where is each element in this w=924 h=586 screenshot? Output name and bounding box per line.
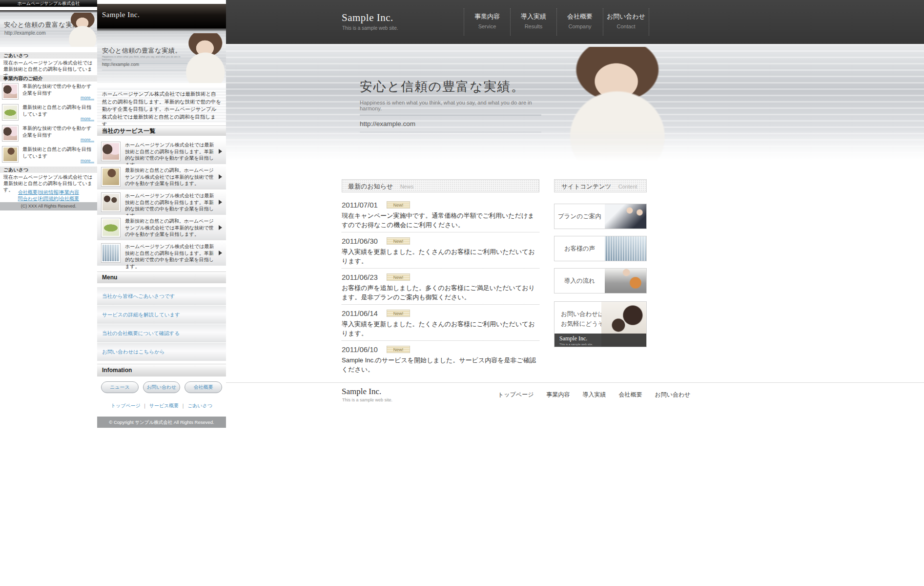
service-item-text: 最新技術と自然との調和。ホームページサンプル株式会社では革新的な技術で世の中を動… [125,167,215,187]
mobile-footer-links-row1: 会社概要|技術情報|事業内容 [0,189,97,195]
desktop-header: Sample Inc. This is a sample web site. 事… [226,0,924,44]
building-photo [605,236,646,261]
tablet-info-heading: Infomation [97,364,226,377]
footer-link[interactable]: 問合わせ [18,196,38,201]
more-link[interactable]: more... [81,158,94,163]
more-link[interactable]: more... [81,95,94,100]
service-item-text: ホームページサンプル株式会社では最新技術と自然との調和を目指します。革新的な技術… [125,142,215,168]
more-link[interactable]: more... [81,116,94,121]
news-text: 現在キャンペーン実施中です。通常価格の半額でご利用いただけますのでお得なこの機会… [342,211,539,230]
list-item-text: 革新的な技術で世の中を動かす企業を目指す [22,83,95,96]
service-item-thumbnail [101,243,121,263]
sidebar-banner-flow[interactable]: 導入の流れ [554,268,647,293]
sidebar-banner-plans[interactable]: プランのご案内 [554,204,647,229]
contact-brand-overlay: Sample Inc. This is a sample web site. [554,334,646,347]
desktop-hero-banner: 安心と信頼の豊富な実績。 Happiness is when what you … [226,44,924,164]
service-item[interactable]: 最新技術と自然との調和。ホームページサンプル株式会社では革新的な技術で世の中を動… [97,215,226,240]
contact-button[interactable]: お問い合わせ [143,381,181,393]
menu-item[interactable]: 当社の会社概要について確認する [97,324,226,342]
menu-item[interactable]: お問い合わせはこちらから [97,343,226,361]
footer-tagline: This is a sample web site. [342,398,392,402]
nav-label-en: Results [511,23,556,29]
footer-link[interactable]: 会社概要 [18,189,38,195]
mobile-footer-links-row2: 問合わせ|利用規約|会社概要 [0,195,97,202]
news-date: 2011/06/10 [342,345,378,354]
sidebar-heading: サイトコンテンツ Content [554,179,647,192]
news-date: 2011/06/23 [342,273,378,281]
service-item[interactable]: ホームページサンプル株式会社では最新技術と自然との調和を目指します。革新的な技術… [97,139,226,164]
mobile-site-title: ホームページサンプル株式会社 [0,0,97,7]
tablet-preview-panel: Sample Inc. 安心と信頼の豊富な実績。 Happiness is wh… [97,0,226,428]
service-item-text: ホームページサンプル株式会社では最新技術と自然との調和を目指します。革新的な技術… [125,192,215,219]
sidebar-heading-en: Content [618,184,637,189]
tablet-intro-text: ホームページサンプル株式会社では最新技術と自然との調和を目指します。革新的な技術… [97,87,226,123]
menu-item[interactable]: 当社から皆様へごあいさつです [97,287,226,305]
footer-link[interactable]: 利用規約 [39,196,59,201]
link-separator: ｜ [179,403,187,408]
nav-item-service[interactable]: 事業内容 Service [464,8,510,36]
service-item[interactable]: ホームページサンプル株式会社では最新技術と自然との調和を目指します。革新的な技術… [97,241,226,266]
news-section-heading: 最新のお知らせ News [342,179,539,192]
news-item: 2011/07/01New! 現在キャンペーン実施中です。通常価格の半額でご利用… [342,201,539,232]
nav-item-results[interactable]: 導入実績 Results [510,8,556,36]
list-item-thumbnail [2,104,19,121]
mobile-preview-panel: ホームページサンプル株式会社 安心と信頼の豊富な実績。 http://examp… [0,0,97,210]
news-button[interactable]: ニュース [101,381,139,393]
news-text: 導入実績を更新しました。たくさんのお客様にご利用いただいております。 [342,248,539,266]
service-item-thumbnail [101,167,121,187]
sidebar-banner-contact[interactable]: お問い合わせは お気軽にどうぞ Sample Inc. This is a sa… [554,301,647,347]
service-item[interactable]: ホームページサンプル株式会社では最新技術と自然との調和を目指します。革新的な技術… [97,190,226,215]
footer-link[interactable]: お問い合わせ [655,391,690,399]
tablet-menu-heading: Menu [97,272,226,283]
tablet-hero-url: http://example.com [102,62,187,70]
footer-link[interactable]: トップページ [498,391,534,399]
news-heading-jp: 最新のお知らせ [348,183,393,190]
banner-label: 導入の流れ [554,269,605,293]
businessmen-photo [605,204,646,229]
list-item-thumbnail [2,146,19,163]
link-separator: ｜ [141,403,149,408]
new-badge: New! [387,273,410,281]
company-button[interactable]: 会社概要 [185,381,222,393]
footer-link[interactable]: 事業内容 [60,189,79,195]
footer-link[interactable]: 事業内容 [546,391,570,399]
nav-item-company[interactable]: 会社概要 Company [556,8,603,36]
service-item-thumbnail [101,192,121,212]
chevron-right-icon [219,225,222,230]
news-item: 2011/06/10New! Sample Inc.のサービスを開始しました。サ… [342,345,539,377]
more-link[interactable]: more... [81,137,94,142]
news-list: 2011/07/01New! 現在キャンペーン実施中です。通常価格の半額でご利用… [342,201,539,377]
desktop-hero-headline: 安心と信頼の豊富な実績。 [360,78,541,95]
list-item-text: 最新技術と自然との調和を目指しています [22,146,95,159]
mobile-hero-photo [67,13,97,47]
list-item-thumbnail [2,125,19,142]
news-text: 導入実績を更新しました。たくさんのお客様にご利用いただいております。 [342,320,539,338]
desktop-preview-panel: Sample Inc. This is a sample web site. 事… [226,0,924,586]
menu-item[interactable]: サービスの詳細を解説しています [97,306,226,324]
list-item: 最新技術と自然との調和を目指しています more... [0,145,97,166]
sidebar-banner-voices[interactable]: お客様の声 [554,236,647,261]
desktop-logo: Sample Inc. [342,12,393,24]
news-date: 2011/07/01 [342,201,378,209]
footer-links: トップページ 事業内容 導入実績 会社概要 お問い合わせ [498,391,691,399]
footer-link[interactable]: ごあいさつ [187,403,212,408]
footer-link[interactable]: 技術情報 [39,189,59,195]
news-item: 2011/06/30New! 導入実績を更新しました。たくさんのお客様にご利用い… [342,237,539,269]
contact-banner-label: お問い合わせは お気軽にどうぞ [561,309,604,329]
footer-link[interactable]: サービス概要 [149,403,179,408]
service-item[interactable]: 最新技術と自然との調和。ホームページサンプル株式会社では革新的な技術で世の中を動… [97,165,226,189]
footer-link[interactable]: 会社概要 [618,391,642,399]
news-date: 2011/06/14 [342,309,378,317]
desktop-hero-subline: Happiness is when what you think, what y… [360,100,541,115]
nav-item-contact[interactable]: お問い合わせ Contact [603,8,649,36]
footer-link[interactable]: 導入実績 [582,391,606,399]
banner-label: プランのご案内 [554,204,605,229]
banner-label: お客様の声 [554,236,605,261]
news-section: 最新のお知らせ News 2011/07/01New! 現在キャンペーン実施中で… [342,179,539,381]
news-text: Sample Inc.のサービスを開始しました。サービス内容を是非ご確認ください… [342,356,539,374]
footer-link[interactable]: 会社概要 [60,196,79,201]
news-date: 2011/06/30 [342,237,378,245]
house-model-photo [605,269,646,293]
footer-link[interactable]: トップページ [111,403,141,408]
tablet-services-list: ホームページサンプル株式会社では最新技術と自然との調和を目指します。革新的な技術… [97,139,226,266]
